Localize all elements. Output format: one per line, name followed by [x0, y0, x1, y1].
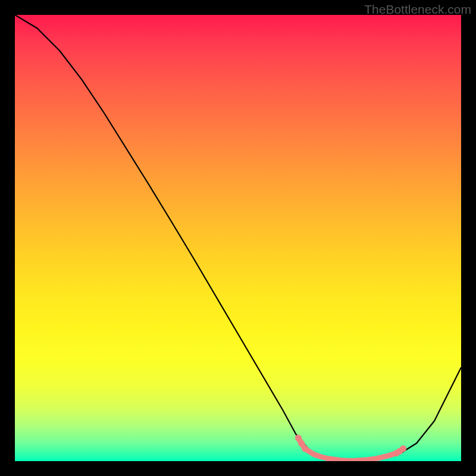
highlight-dot [302, 446, 308, 452]
curve-line [15, 15, 461, 461]
highlight-dot [400, 446, 406, 452]
curve-overlay [15, 15, 461, 461]
bottleneck-curve-path [15, 15, 461, 461]
highlight-dot [298, 440, 305, 447]
highlight-markers [295, 435, 406, 461]
chart-container [15, 15, 461, 461]
watermark-text: TheBottleneck.com [364, 2, 471, 17]
highlight-stroke [298, 438, 403, 461]
